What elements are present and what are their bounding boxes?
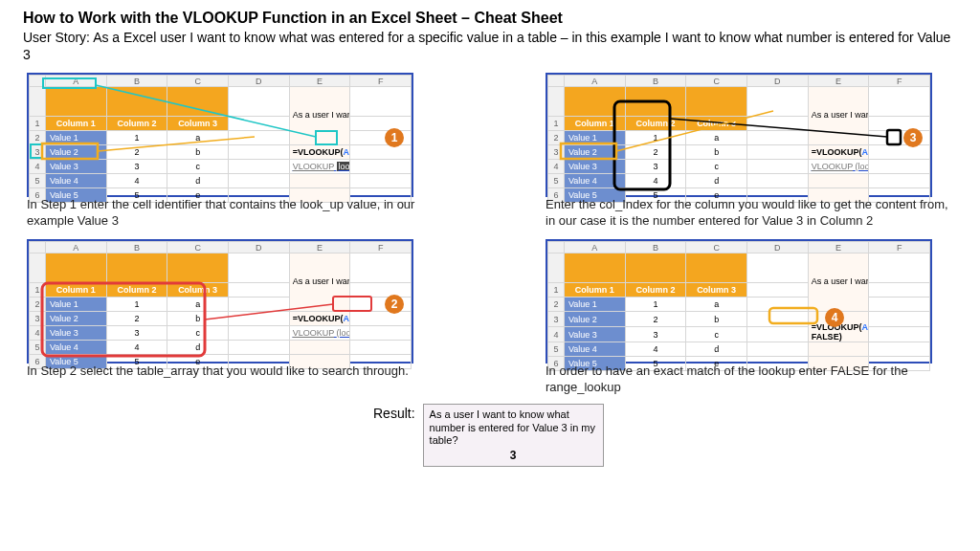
question-cell: As a user I want to know what number is … <box>289 87 350 145</box>
mini-spreadsheet: ABC DEF As a user I want to know what nu… <box>29 75 412 203</box>
hint-cell: VLOOKUP lookup_value, table_array, col_i… <box>289 160 350 174</box>
step-caption-2: In Step 2 select the table_array that yo… <box>27 364 419 379</box>
mini-spreadsheet: ABC DEF As a user I want to know what nu… <box>29 241 412 369</box>
result-label: Result: <box>373 406 415 421</box>
user-story: User Story: As a Excel user I want to kn… <box>0 27 980 67</box>
step-caption-3: Enter the col_Index for the column you w… <box>546 197 957 229</box>
step-panel-1: ABC DEF As a user I want to know what nu… <box>27 73 413 197</box>
result-question: As a user I want to know what number is … <box>430 408 597 447</box>
result-answer: 3 <box>430 447 597 462</box>
step-caption-1: In Step 1 enter the cell identifier that… <box>27 197 419 229</box>
formula-cell: =VLOOKUP(A4, <box>289 145 350 160</box>
mini-spreadsheet: ABC DEF As a user I want to know what nu… <box>547 241 930 371</box>
mini-spreadsheet: ABC DEF As a user I want to know what nu… <box>547 75 930 203</box>
page-title: How to Work with the VLOOKUP Function in… <box>0 0 980 27</box>
step-panel-2: ABC DEF As a user I want to know what nu… <box>27 239 413 364</box>
result-block: Result: As a user I want to know what nu… <box>373 404 604 467</box>
step-caption-4: In order to have an exact match of the l… <box>546 364 957 395</box>
step-panel-3: ABC DEF As a user I want to know what nu… <box>546 73 932 197</box>
step-panel-4: ABC DEF As a user I want to know what nu… <box>546 239 932 364</box>
result-box: As a user I want to know what number is … <box>423 404 604 467</box>
